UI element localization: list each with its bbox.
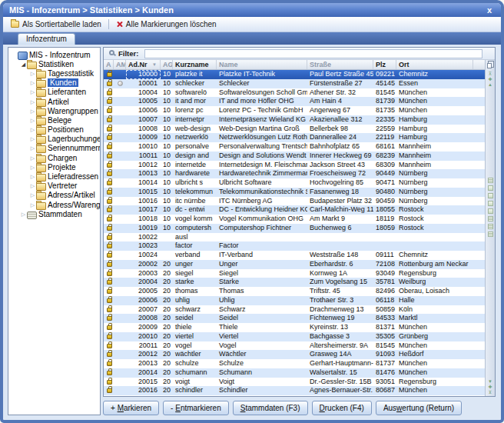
table-row[interactable]: 2001420schumannSchumannWalsertalstr. 158…: [104, 368, 485, 378]
table-row[interactable]: 2000320siegelSiegelKornweg 1A93049Regens…: [104, 269, 485, 278]
scroll-up-icon[interactable]: ✚: [488, 77, 492, 82]
expand-icon[interactable]: ▷: [20, 211, 27, 218]
stammdaten-button[interactable]: Stammdaten (F3): [233, 401, 308, 415]
tree-item-seriennummern[interactable]: ▷Seriennummern: [8, 144, 100, 153]
expand-icon[interactable]: ▷: [29, 126, 36, 133]
scroll-bottom-icon[interactable]: ⊻: [489, 390, 492, 395]
list-icon[interactable]: [488, 216, 493, 221]
table-row[interactable]: 2000420starkeStarkeZum Vogelsang 1535781…: [104, 278, 485, 287]
expand-icon[interactable]: ▷: [29, 117, 36, 124]
table-row[interactable]: 1000810web-designWeb-Design Martina Groß…: [104, 125, 485, 134]
expand-icon[interactable]: ▷: [29, 108, 36, 115]
tree-item-warengruppen[interactable]: ▷Warengruppen: [8, 106, 100, 115]
table-row[interactable]: 2000520thomasThomasTriftstr. 4582496Ober…: [104, 287, 485, 296]
expand-icon[interactable]: ▷: [29, 155, 36, 162]
table-row[interactable]: 2001120vogelVogelAltersheimerstr. 9A8154…: [104, 341, 485, 351]
table-row[interactable]: 1000510it and morIT and more Höfler OHGA…: [104, 97, 485, 106]
list-icon[interactable]: [488, 224, 493, 229]
filter-funnel-icon[interactable]: [488, 201, 493, 206]
column-header-plz[interactable]: Plz: [373, 60, 396, 69]
entmarkieren-button[interactable]: - Entmarkieren: [163, 401, 229, 415]
table-row[interactable]: 2000620uhligUhligTrothaer Str. 306118Hal…: [104, 296, 485, 305]
tree-item-belege[interactable]: ▷Belege: [8, 115, 100, 125]
table-row[interactable]: 10024verbandIT-VerbandWeststraße 1480911…: [104, 251, 485, 260]
filter-input[interactable]: [144, 49, 482, 58]
table-row[interactable]: 10022ausl: [104, 233, 485, 242]
table-row[interactable]: 1001210internetdeInternetdesign M. Fleis…: [104, 161, 485, 170]
tree-item-lagerbuchungen[interactable]: ▷Lagerbuchungen: [8, 135, 100, 144]
auswertung-button[interactable]: Auswertung (Return): [376, 401, 462, 415]
close-button[interactable]: x: [484, 5, 495, 15]
tree-item-adress-artikel[interactable]: ▷Adress/Artikel: [8, 191, 100, 200]
copy-icon[interactable]: [488, 208, 493, 214]
table-row[interactable]: 1000710internetprInternetpräsenz Wieland…: [104, 115, 485, 125]
tree-item-mis-infozentrum[interactable]: MIS - Infozentrum: [8, 50, 100, 59]
table-row[interactable]: 1000010platzke itPlatzke IT-TechnikPaul …: [104, 70, 485, 79]
save-icon[interactable]: [488, 193, 493, 198]
column-header-am[interactable]: AM: [114, 60, 126, 69]
expand-icon[interactable]: ▷: [29, 145, 36, 152]
scroll-top-icon[interactable]: ⊼: [489, 72, 492, 76]
column-header-name[interactable]: Name: [217, 60, 307, 69]
column-header-a[interactable]: A: [104, 60, 114, 69]
table-row[interactable]: 1001410ulbricht sUlbricht SoftwareHochvo…: [104, 178, 485, 188]
table-row[interactable]: 2000220ungerUngerEberhardstr. 672108Rott…: [104, 260, 485, 269]
table-row[interactable]: 10023factorFactor: [104, 241, 485, 251]
table-row[interactable]: 1000610lorenz pcLorenz PC - Technik GmbH…: [104, 106, 485, 115]
row-down-icon[interactable]: ▼: [488, 379, 492, 384]
column-header-ag[interactable]: AG: [161, 60, 173, 69]
title-bar[interactable]: MIS - Infozentrum > Statistiken > Kunden…: [3, 3, 501, 17]
table-row[interactable]: 2000920thieleThieleKyreinstr. 1381371Mün…: [104, 323, 485, 332]
table-row[interactable]: 2001620schindlerSchindlerAgnes-Bernauer-…: [104, 386, 485, 395]
copy-pages-icon[interactable]: [487, 63, 492, 68]
table-row[interactable]: 2000720schwarzSchwarzDrachmenweg 1350859…: [104, 305, 485, 315]
table-row[interactable]: 1000110schleckerSchleckerFürstenstraße 2…: [104, 79, 485, 88]
expand-icon[interactable]: ▷: [29, 164, 36, 171]
expand-icon[interactable]: ▷: [29, 70, 36, 77]
drucken-button[interactable]: Drucken (F4): [312, 401, 372, 415]
markieren-button[interactable]: + Markieren: [103, 401, 159, 415]
column-header-str[interactable]: Straße: [307, 60, 373, 69]
column-header-ort[interactable]: Ort: [396, 60, 473, 69]
table-row[interactable]: 2001220wächtlerWächtlerGrasweg 14A91093H…: [104, 350, 485, 359]
table-row[interactable]: 1001710dc - entwiDC - Entwicklung Heidne…: [104, 205, 485, 215]
tree-item-chargen[interactable]: ▷Chargen: [8, 153, 100, 162]
tree-item-stammdaten[interactable]: ▷Stammdaten: [8, 209, 100, 218]
table-row[interactable]: 1001010personalvePersonalverwaltung Tren…: [104, 142, 485, 152]
expand-icon[interactable]: ▷: [29, 135, 36, 142]
table-row[interactable]: 2001020viertelViertelBachgasse 335305Grü…: [104, 332, 485, 341]
tree-item-adress-warengruppen[interactable]: ▷Adress/Warengruppen: [8, 200, 100, 209]
tree-item-statistiken[interactable]: ◢Statistiken: [8, 59, 100, 68]
scroll-down-icon[interactable]: ✚: [488, 385, 492, 389]
tree-item-tagesstatistik[interactable]: ▷Tagesstatistik: [8, 68, 100, 78]
collapse-icon[interactable]: ◢: [20, 61, 27, 68]
row-up-icon[interactable]: ▲: [488, 82, 492, 87]
tree-item-lieferanten[interactable]: ▷Lieferanten: [8, 88, 100, 97]
clear-marks-button[interactable]: Alle Markierungen löschen: [111, 18, 221, 30]
table-row[interactable]: 1001610itc nürnbeITC Nürnberg AGBudapest…: [104, 197, 485, 206]
table-row[interactable]: 1000410softwarelöSoftwarelösungen Scholl…: [104, 88, 485, 98]
grid-view-icon[interactable]: [488, 178, 493, 183]
table-row[interactable]: 1001910computershComputershop FichtnerBu…: [104, 224, 485, 233]
expand-icon[interactable]: ▷: [29, 88, 36, 95]
column-header-kurz[interactable]: Kurzname: [173, 60, 217, 69]
table-row[interactable]: 1000910netzwerklöNetzwerklösungen Lutz R…: [104, 133, 485, 142]
table-row[interactable]: 2000820seidelSeidelFichtenweg 1984533Mar…: [104, 314, 485, 323]
search-icon[interactable]: [488, 185, 493, 191]
expand-icon[interactable]: ▷: [29, 79, 36, 86]
table-row[interactable]: 2001520voigtVoigtDr.-Gessler-Str. 15B930…: [104, 378, 485, 387]
list-icon[interactable]: [488, 231, 493, 237]
tree-item-positionen[interactable]: ▷Positionen: [8, 125, 100, 135]
tree-item-kunden[interactable]: ▷Kunden: [8, 78, 100, 88]
tree-item-vertreter[interactable]: ▷Vertreter: [8, 182, 100, 191]
column-header-adnr[interactable]: Ad.Nr▼: [126, 60, 161, 69]
table-row[interactable]: 1001310hardwareteHardwaretechnik Zimmerm…: [104, 169, 485, 178]
expand-icon[interactable]: ▷: [29, 202, 36, 208]
expand-icon[interactable]: ▷: [29, 98, 36, 105]
expand-icon[interactable]: ▷: [29, 192, 36, 198]
tree-item-lieferadressen[interactable]: ▷Lieferadressen: [8, 172, 100, 181]
table-row[interactable]: 2001320schulzeSchulzeGerhart-Hauptmann-R…: [104, 359, 485, 368]
tree-item-artikel[interactable]: ▷Artikel: [8, 97, 100, 106]
table-row[interactable]: 1001810vogel kommVogel Kommunikation OHG…: [104, 215, 485, 224]
tab-infozentrum[interactable]: Infozentrum: [18, 33, 75, 45]
